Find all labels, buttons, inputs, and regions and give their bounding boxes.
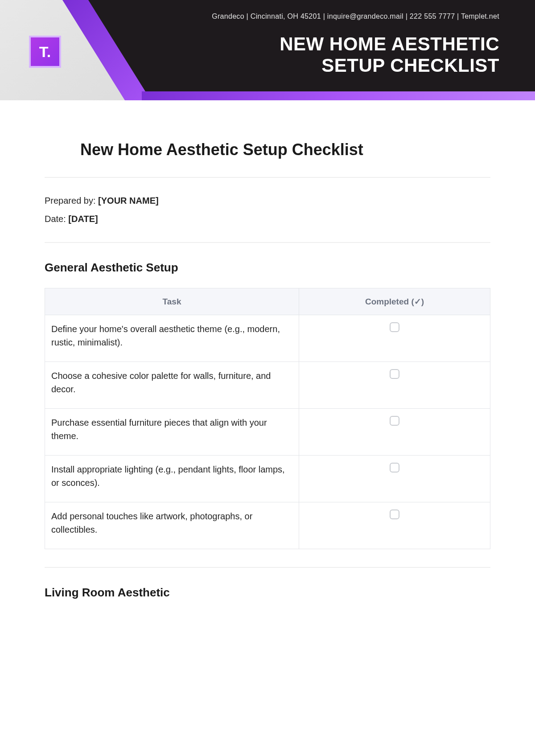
header-title-line1: NEW HOME AESTHETIC [280, 33, 499, 55]
checkbox-icon[interactable] [390, 322, 399, 332]
logo-text: T. [39, 43, 51, 61]
task-text: Add personal touches like artwork, photo… [45, 502, 299, 549]
divider [45, 177, 490, 178]
section-title-general: General Aesthetic Setup [45, 261, 490, 275]
table-row: Choose a cohesive color palette for wall… [45, 362, 490, 409]
date-value: [DATE] [68, 214, 98, 224]
divider [45, 567, 490, 568]
date-line: Date: [DATE] [45, 214, 490, 224]
task-text: Purchase essential furniture pieces that… [45, 409, 299, 456]
header-title-line2: SETUP CHECKLIST [280, 55, 499, 76]
task-text: Define your home's overall aesthetic the… [45, 315, 299, 362]
table-row: Add personal touches like artwork, photo… [45, 502, 490, 549]
table-row: Install appropriate lighting (e.g., pend… [45, 456, 490, 502]
task-text: Choose a cohesive color palette for wall… [45, 362, 299, 409]
document-header: Grandeco | Cincinnati, OH 45201 | inquir… [0, 0, 535, 100]
logo-badge: T. [29, 36, 61, 68]
table-row: Purchase essential furniture pieces that… [45, 409, 490, 456]
table-row: Define your home's overall aesthetic the… [45, 315, 490, 362]
prepared-by-label: Prepared by: [45, 196, 98, 205]
column-header-completed: Completed (✓) [299, 288, 490, 315]
checkbox-icon[interactable] [390, 369, 399, 379]
header-gradient-bar [142, 91, 535, 100]
prepared-by-value: [YOUR NAME] [98, 196, 159, 205]
date-label: Date: [45, 214, 68, 224]
header-contact-line: Grandeco | Cincinnati, OH 45201 | inquir… [212, 12, 499, 21]
divider [45, 242, 490, 243]
checkbox-cell [299, 409, 490, 456]
checkbox-cell [299, 315, 490, 362]
task-text: Install appropriate lighting (e.g., pend… [45, 456, 299, 502]
prepared-by-line: Prepared by: [YOUR NAME] [45, 196, 490, 206]
checkbox-cell [299, 456, 490, 502]
checkbox-icon[interactable] [390, 509, 399, 519]
checkbox-cell [299, 362, 490, 409]
checklist-table-general: Task Completed (✓) Define your home's ov… [45, 288, 490, 549]
checkbox-icon[interactable] [390, 463, 399, 472]
document-body: New Home Aesthetic Setup Checklist Prepa… [0, 100, 535, 631]
column-header-task: Task [45, 288, 299, 315]
page-title: New Home Aesthetic Setup Checklist [80, 140, 490, 159]
checkbox-icon[interactable] [390, 416, 399, 426]
section-title-living-room: Living Room Aesthetic [45, 586, 490, 600]
checkbox-cell [299, 502, 490, 549]
header-title: NEW HOME AESTHETIC SETUP CHECKLIST [280, 33, 499, 77]
